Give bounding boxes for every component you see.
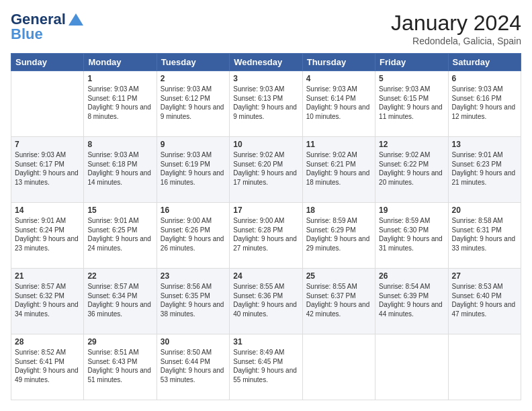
calendar-cell: 30Sunrise: 8:50 AMSunset: 6:44 PMDayligh…: [157, 334, 229, 400]
page: General Blue January 2024 Redondela, Gal…: [0, 0, 532, 411]
day-number: 21: [15, 271, 80, 281]
cell-info: Sunrise: 9:03 AMSunset: 6:14 PMDaylight:…: [306, 85, 371, 121]
calendar-cell: 6Sunrise: 9:03 AMSunset: 6:16 PMDaylight…: [448, 71, 521, 137]
day-number: 5: [379, 74, 444, 83]
cell-info: Sunrise: 9:02 AMSunset: 6:21 PMDaylight:…: [306, 150, 371, 187]
week-row-5: 28Sunrise: 8:52 AMSunset: 6:41 PMDayligh…: [11, 334, 521, 400]
calendar-cell: [375, 334, 448, 400]
day-number: 27: [452, 271, 517, 281]
logo-icon: [69, 13, 83, 26]
cell-info: Sunrise: 8:56 AMSunset: 6:35 PMDaylight:…: [161, 282, 226, 318]
week-row-4: 21Sunrise: 8:57 AMSunset: 6:32 PMDayligh…: [11, 269, 521, 334]
day-number: 7: [15, 140, 80, 149]
calendar-cell: 28Sunrise: 8:52 AMSunset: 6:41 PMDayligh…: [11, 334, 84, 400]
calendar-cell: 24Sunrise: 8:55 AMSunset: 6:36 PMDayligh…: [230, 269, 302, 334]
cell-info: Sunrise: 9:03 AMSunset: 6:15 PMDaylight:…: [379, 85, 444, 121]
calendar-cell: [11, 71, 84, 137]
cell-info: Sunrise: 8:51 AMSunset: 6:43 PMDaylight:…: [87, 348, 152, 384]
day-number: 3: [233, 74, 298, 83]
calendar-cell: 21Sunrise: 8:57 AMSunset: 6:32 PMDayligh…: [11, 269, 84, 334]
cell-info: Sunrise: 9:03 AMSunset: 6:18 PMDaylight:…: [87, 150, 152, 187]
day-number: 6: [452, 74, 517, 83]
calendar-cell: 12Sunrise: 9:02 AMSunset: 6:22 PMDayligh…: [375, 137, 448, 203]
cell-info: Sunrise: 9:03 AMSunset: 6:11 PMDaylight:…: [87, 85, 152, 121]
week-row-1: 1Sunrise: 9:03 AMSunset: 6:11 PMDaylight…: [11, 71, 521, 137]
cell-info: Sunrise: 9:02 AMSunset: 6:22 PMDaylight:…: [379, 150, 444, 187]
cell-info: Sunrise: 8:58 AMSunset: 6:31 PMDaylight:…: [452, 216, 517, 253]
col-header-thursday: Thursday: [302, 54, 375, 71]
calendar-cell: 14Sunrise: 9:01 AMSunset: 6:24 PMDayligh…: [11, 203, 84, 269]
day-number: 22: [87, 271, 152, 281]
cell-info: Sunrise: 8:50 AMSunset: 6:44 PMDaylight:…: [161, 348, 226, 384]
calendar-cell: 31Sunrise: 8:49 AMSunset: 6:45 PMDayligh…: [230, 334, 302, 400]
col-header-saturday: Saturday: [448, 54, 521, 71]
day-number: 30: [161, 337, 226, 347]
calendar-cell: [448, 334, 521, 400]
calendar-header-row: SundayMondayTuesdayWednesdayThursdayFrid…: [11, 54, 521, 71]
calendar-cell: 10Sunrise: 9:02 AMSunset: 6:20 PMDayligh…: [230, 137, 302, 203]
cell-info: Sunrise: 9:00 AMSunset: 6:26 PMDaylight:…: [161, 216, 226, 253]
cell-info: Sunrise: 8:59 AMSunset: 6:30 PMDaylight:…: [379, 216, 444, 253]
cell-info: Sunrise: 8:57 AMSunset: 6:34 PMDaylight:…: [87, 282, 152, 318]
calendar-cell: 9Sunrise: 9:03 AMSunset: 6:19 PMDaylight…: [157, 137, 229, 203]
calendar: SundayMondayTuesdayWednesdayThursdayFrid…: [11, 53, 521, 400]
cell-info: Sunrise: 8:55 AMSunset: 6:37 PMDaylight:…: [306, 282, 371, 318]
day-number: 8: [87, 140, 152, 149]
location: Redondela, Galicia, Spain: [391, 36, 521, 46]
calendar-cell: 2Sunrise: 9:03 AMSunset: 6:12 PMDaylight…: [157, 71, 229, 137]
calendar-cell: 29Sunrise: 8:51 AMSunset: 6:43 PMDayligh…: [84, 334, 157, 400]
calendar-cell: 13Sunrise: 9:01 AMSunset: 6:23 PMDayligh…: [448, 137, 521, 203]
calendar-cell: 7Sunrise: 9:03 AMSunset: 6:17 PMDaylight…: [11, 137, 84, 203]
title-area: January 2024 Redondela, Galicia, Spain: [391, 11, 521, 46]
day-number: 1: [87, 74, 152, 83]
col-header-tuesday: Tuesday: [157, 54, 229, 71]
day-number: 4: [306, 74, 371, 83]
calendar-cell: 11Sunrise: 9:02 AMSunset: 6:21 PMDayligh…: [302, 137, 375, 203]
calendar-cell: 20Sunrise: 8:58 AMSunset: 6:31 PMDayligh…: [448, 203, 521, 269]
cell-info: Sunrise: 9:01 AMSunset: 6:24 PMDaylight:…: [15, 216, 80, 253]
calendar-cell: 22Sunrise: 8:57 AMSunset: 6:34 PMDayligh…: [84, 269, 157, 334]
day-number: 9: [161, 140, 226, 149]
day-number: 17: [233, 205, 298, 215]
cell-info: Sunrise: 9:03 AMSunset: 6:12 PMDaylight:…: [161, 85, 226, 121]
day-number: 23: [161, 271, 226, 281]
calendar-cell: 23Sunrise: 8:56 AMSunset: 6:35 PMDayligh…: [157, 269, 229, 334]
logo: General Blue: [11, 11, 83, 43]
calendar-cell: 15Sunrise: 9:01 AMSunset: 6:25 PMDayligh…: [84, 203, 157, 269]
day-number: 31: [233, 337, 298, 347]
week-row-2: 7Sunrise: 9:03 AMSunset: 6:17 PMDaylight…: [11, 137, 521, 203]
calendar-cell: 18Sunrise: 8:59 AMSunset: 6:29 PMDayligh…: [302, 203, 375, 269]
day-number: 10: [233, 140, 298, 149]
day-number: 19: [379, 205, 444, 215]
day-number: 28: [15, 337, 80, 347]
calendar-cell: 5Sunrise: 9:03 AMSunset: 6:15 PMDaylight…: [375, 71, 448, 137]
week-row-3: 14Sunrise: 9:01 AMSunset: 6:24 PMDayligh…: [11, 203, 521, 269]
day-number: 26: [379, 271, 444, 281]
calendar-cell: 26Sunrise: 8:54 AMSunset: 6:39 PMDayligh…: [375, 269, 448, 334]
cell-info: Sunrise: 8:52 AMSunset: 6:41 PMDaylight:…: [15, 348, 80, 384]
day-number: 24: [233, 271, 298, 281]
cell-info: Sunrise: 9:03 AMSunset: 6:13 PMDaylight:…: [233, 85, 298, 121]
svg-marker-0: [69, 13, 83, 26]
cell-info: Sunrise: 8:49 AMSunset: 6:45 PMDaylight:…: [233, 348, 298, 384]
day-number: 13: [452, 140, 517, 149]
header: General Blue January 2024 Redondela, Gal…: [11, 11, 521, 46]
cell-info: Sunrise: 8:54 AMSunset: 6:39 PMDaylight:…: [379, 282, 444, 318]
col-header-wednesday: Wednesday: [230, 54, 302, 71]
calendar-cell: 3Sunrise: 9:03 AMSunset: 6:13 PMDaylight…: [230, 71, 302, 137]
cell-info: Sunrise: 8:59 AMSunset: 6:29 PMDaylight:…: [306, 216, 371, 253]
calendar-cell: 17Sunrise: 9:00 AMSunset: 6:28 PMDayligh…: [230, 203, 302, 269]
cell-info: Sunrise: 9:03 AMSunset: 6:16 PMDaylight:…: [452, 85, 517, 121]
col-header-monday: Monday: [84, 54, 157, 71]
calendar-cell: 25Sunrise: 8:55 AMSunset: 6:37 PMDayligh…: [302, 269, 375, 334]
cell-info: Sunrise: 9:03 AMSunset: 6:19 PMDaylight:…: [161, 150, 226, 187]
calendar-cell: 19Sunrise: 8:59 AMSunset: 6:30 PMDayligh…: [375, 203, 448, 269]
cell-info: Sunrise: 9:01 AMSunset: 6:25 PMDaylight:…: [87, 216, 152, 253]
calendar-cell: 8Sunrise: 9:03 AMSunset: 6:18 PMDaylight…: [84, 137, 157, 203]
cell-info: Sunrise: 9:03 AMSunset: 6:17 PMDaylight:…: [15, 150, 80, 187]
day-number: 15: [87, 205, 152, 215]
cell-info: Sunrise: 9:02 AMSunset: 6:20 PMDaylight:…: [233, 150, 298, 187]
day-number: 2: [161, 74, 226, 83]
calendar-cell: 16Sunrise: 9:00 AMSunset: 6:26 PMDayligh…: [157, 203, 229, 269]
calendar-cell: 1Sunrise: 9:03 AMSunset: 6:11 PMDaylight…: [84, 71, 157, 137]
